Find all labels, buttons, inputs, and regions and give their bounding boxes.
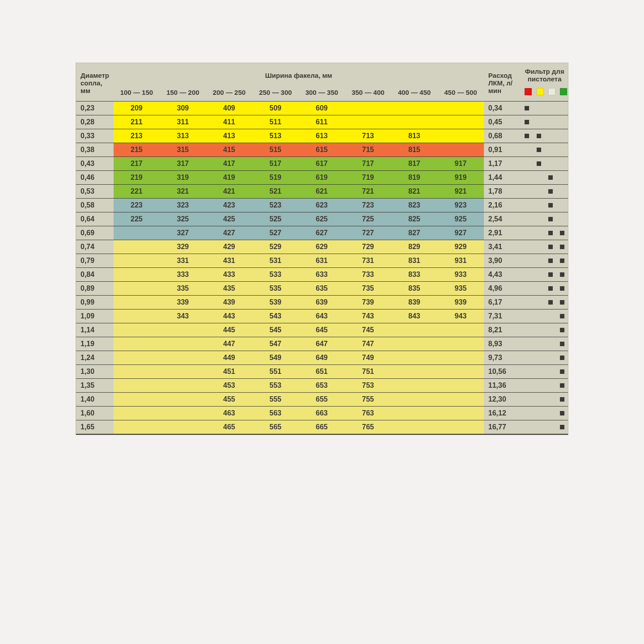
cell-diameter: 0,64: [76, 212, 114, 226]
filter-mark-icon: [560, 314, 564, 318]
filter-mark-icon: [560, 258, 564, 263]
cell-nozzle-code: 223: [114, 199, 160, 212]
filter-mark-icon: [548, 189, 553, 194]
filter-mark-icon: [548, 231, 553, 235]
cell-nozzle-code: [437, 420, 484, 435]
filter-mark-icon: [525, 134, 529, 138]
cell-nozzle-code: 817: [391, 157, 438, 171]
cell-filter-yellow: [533, 309, 545, 323]
cell-nozzle-code: 527: [252, 226, 299, 240]
cell-filter-red: [521, 282, 533, 296]
table-row: 0,432173174175176177178179171,17: [76, 157, 568, 171]
cell-nozzle-code: 923: [437, 199, 484, 212]
cell-nozzle-code: 221: [114, 185, 160, 199]
filter-swatch-yellow: [533, 85, 545, 102]
cell-nozzle-code: 311: [160, 115, 206, 129]
filter-mark-icon: [548, 217, 553, 221]
cell-nozzle-code: 315: [160, 143, 206, 157]
cell-nozzle-code: 225: [114, 212, 160, 226]
cell-nozzle-code: 935: [437, 282, 484, 296]
cell-nozzle-code: [391, 323, 438, 337]
cell-nozzle-code: 523: [252, 199, 299, 212]
cell-diameter: 0,69: [76, 226, 114, 240]
cell-flow: 8,93: [484, 337, 521, 351]
cell-nozzle-code: [160, 365, 206, 379]
cell-filter-green: [556, 240, 568, 254]
table-row: 1,6046356366376316,12: [76, 407, 568, 420]
cell-nozzle-code: 211: [114, 115, 160, 129]
cell-flow: 0,34: [484, 102, 521, 115]
cell-filter-white: [545, 102, 556, 115]
cell-nozzle-code: 725: [345, 212, 391, 226]
cell-filter-red: [521, 365, 533, 379]
cell-filter-red: [521, 407, 533, 420]
cell-nozzle-code: 327: [160, 226, 206, 240]
cell-nozzle-code: [160, 407, 206, 420]
cell-filter-green: [556, 268, 568, 282]
table-row: 0,693274275276277278279272,91: [76, 226, 568, 240]
cell-filter-white: [545, 323, 556, 337]
cell-filter-white: [545, 407, 556, 420]
cell-nozzle-code: [437, 323, 484, 337]
cell-nozzle-code: [391, 102, 438, 115]
cell-nozzle-code: 439: [206, 296, 253, 309]
cell-filter-white: [545, 199, 556, 212]
filter-mark-icon: [560, 356, 564, 360]
cell-filter-red: [521, 102, 533, 115]
cell-nozzle-code: 653: [299, 379, 345, 393]
cell-filter-green: [556, 143, 568, 157]
col-range-3: 250 — 300: [252, 85, 299, 102]
filter-mark-icon: [548, 286, 553, 291]
cell-filter-yellow: [533, 296, 545, 309]
col-diameter-header: Диаметр сопла, мм: [76, 63, 114, 102]
filter-mark-icon: [560, 425, 564, 429]
filter-mark-icon: [560, 231, 564, 235]
cell-filter-yellow: [533, 199, 545, 212]
table-row: 1,3545355365375311,36: [76, 379, 568, 393]
cell-filter-yellow: [533, 115, 545, 129]
cell-flow: 16,12: [484, 407, 521, 420]
col-range-0: 100 — 150: [114, 85, 160, 102]
cell-diameter: 1,40: [76, 393, 114, 407]
cell-diameter: 0,89: [76, 282, 114, 296]
cell-flow: 4,43: [484, 268, 521, 282]
cell-nozzle-code: 749: [345, 351, 391, 365]
cell-nozzle-code: 723: [345, 199, 391, 212]
cell-nozzle-code: 339: [160, 296, 206, 309]
cell-diameter: 0,74: [76, 240, 114, 254]
cell-flow: 6,17: [484, 296, 521, 309]
cell-nozzle-code: 531: [252, 254, 299, 268]
filter-mark-icon: [560, 342, 564, 346]
cell-filter-green: [556, 185, 568, 199]
cell-filter-white: [545, 171, 556, 185]
cell-nozzle-code: 427: [206, 226, 253, 240]
cell-flow: 9,73: [484, 351, 521, 365]
filter-mark-icon: [548, 300, 553, 305]
table-row: 0,893354355356357358359354,96: [76, 282, 568, 296]
cell-flow: 0,91: [484, 143, 521, 157]
cell-nozzle-code: 433: [206, 268, 253, 282]
filter-mark-icon: [560, 328, 564, 332]
cell-nozzle-code: 209: [114, 102, 160, 115]
table-row: 0,993394395396397398399396,17: [76, 296, 568, 309]
cell-nozzle-code: 939: [437, 296, 484, 309]
cell-filter-green: [556, 420, 568, 435]
cell-nozzle-code: 511: [252, 115, 299, 129]
cell-filter-green: [556, 296, 568, 309]
cell-nozzle-code: 713: [345, 129, 391, 143]
filter-swatch-green: [556, 85, 568, 102]
cell-filter-white: [545, 420, 556, 435]
cell-filter-white: [545, 393, 556, 407]
cell-diameter: 0,84: [76, 268, 114, 282]
cell-nozzle-code: 819: [391, 171, 438, 185]
cell-nozzle-code: 219: [114, 171, 160, 185]
cell-nozzle-code: 931: [437, 254, 484, 268]
cell-filter-yellow: [533, 420, 545, 435]
filter-mark-icon: [560, 411, 564, 415]
cell-filter-white: [545, 240, 556, 254]
filter-mark-icon: [560, 286, 564, 291]
cell-nozzle-code: 655: [299, 393, 345, 407]
cell-filter-yellow: [533, 240, 545, 254]
cell-nozzle-code: 445: [206, 323, 253, 337]
cell-nozzle-code: [114, 268, 160, 282]
